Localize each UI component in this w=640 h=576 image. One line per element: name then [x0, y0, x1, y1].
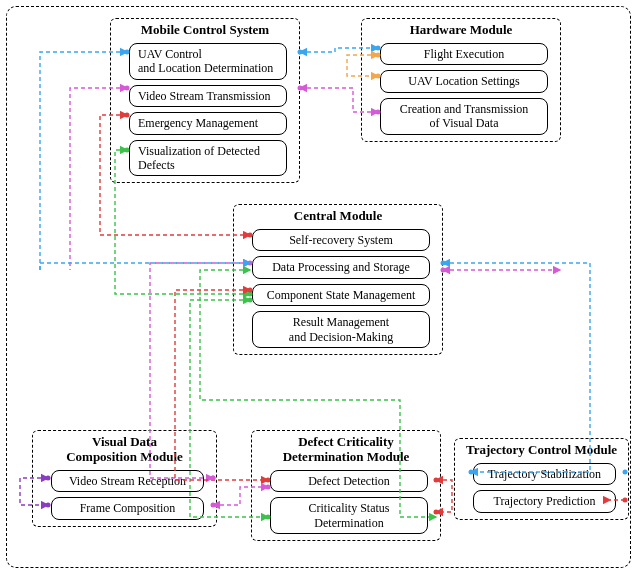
- module-trajectory: Trajectory Control Module Trajectory Sta…: [454, 438, 629, 520]
- item-emergency-management: Emergency Management: [129, 112, 287, 134]
- item-uav-location-settings: UAV Location Settings: [380, 70, 548, 92]
- item-self-recovery: Self-recovery System: [252, 229, 430, 251]
- item-video-stream-reception: Video Stream Reception: [51, 470, 204, 492]
- item-component-state: Component State Management: [252, 284, 430, 306]
- item-frame-composition: Frame Composition: [51, 497, 204, 519]
- module-hardware: Hardware Module Flight Execution UAV Loc…: [361, 18, 561, 142]
- module-title-trajectory: Trajectory Control Module: [461, 443, 622, 458]
- item-defect-detection: Defect Detection: [270, 470, 428, 492]
- module-mobile: Mobile Control System UAV Controland Loc…: [110, 18, 300, 183]
- item-trajectory-stabilization: Trajectory Stabilization: [473, 463, 616, 485]
- item-visualization-defects: Visualization of DetectedDefects: [129, 140, 287, 177]
- item-criticality-status: Criticality StatusDetermination: [270, 497, 428, 534]
- item-result-management: Result Managementand Decision-Making: [252, 311, 430, 348]
- module-title-mobile: Mobile Control System: [117, 23, 293, 38]
- item-creation-transmission-visual: Creation and Transmissionof Visual Data: [380, 98, 548, 135]
- module-title-central: Central Module: [240, 209, 436, 224]
- module-central: Central Module Self-recovery System Data…: [233, 204, 443, 355]
- item-video-stream-transmission: Video Stream Transmission: [129, 85, 287, 107]
- item-flight-execution: Flight Execution: [380, 43, 548, 65]
- module-title-defect: Defect CriticalityDetermination Module: [258, 435, 434, 465]
- item-data-processing-storage: Data Processing and Storage: [252, 256, 430, 278]
- item-trajectory-prediction: Trajectory Prediction: [473, 490, 616, 512]
- module-title-visual: Visual DataComposition Module: [39, 435, 210, 465]
- module-title-hardware: Hardware Module: [368, 23, 554, 38]
- item-uav-control: UAV Controland Location Determination: [129, 43, 287, 80]
- module-defect: Defect CriticalityDetermination Module D…: [251, 430, 441, 541]
- module-visual: Visual DataComposition Module Video Stre…: [32, 430, 217, 527]
